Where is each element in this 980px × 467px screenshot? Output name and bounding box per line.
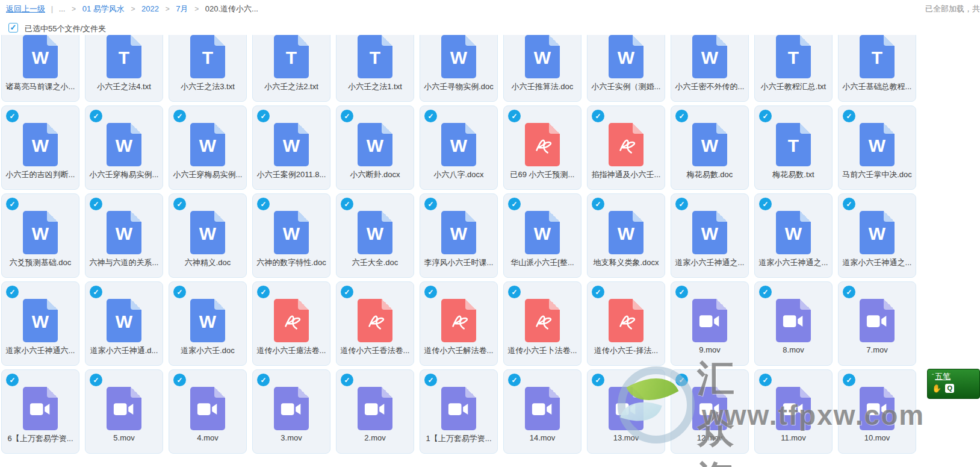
selected-check-badge[interactable]: ✓ xyxy=(90,286,102,298)
selected-check-badge[interactable]: ✓ xyxy=(759,110,772,122)
selected-check-badge[interactable]: ✓ xyxy=(424,198,437,210)
file-card[interactable]: ✓ T 小六壬之法3.txt xyxy=(169,34,247,102)
selected-check-badge[interactable]: ✓ xyxy=(90,374,102,386)
file-card[interactable]: ✓ W 道家小六壬神通之... xyxy=(671,193,749,278)
selected-check-badge[interactable]: ✓ xyxy=(257,286,270,298)
file-card[interactable]: ✓ W 李淳风小六壬时课... xyxy=(420,193,498,278)
selected-check-badge[interactable]: ✓ xyxy=(173,198,186,210)
file-card[interactable]: ✓ W 小六壬密不外传的... xyxy=(671,34,749,102)
file-card[interactable]: ✓ W 小六壬寻物实例.doc xyxy=(420,34,498,102)
file-card[interactable]: ✓ W 小六壬的吉凶判断... xyxy=(1,105,79,190)
selected-check-badge[interactable]: ✓ xyxy=(759,286,772,298)
selected-check-badge[interactable]: ✓ xyxy=(257,374,270,386)
file-card[interactable]: ✓ 5.mov xyxy=(85,369,163,454)
selected-check-badge[interactable]: ✓ xyxy=(90,110,102,122)
file-card[interactable]: ✓ W 小六壬实例（测婚... xyxy=(587,34,665,102)
breadcrumb-collapsed[interactable]: ... xyxy=(59,4,66,13)
file-card[interactable]: ✓ T 小六壬之法4.txt xyxy=(85,34,163,102)
selected-check-badge[interactable]: ✓ xyxy=(257,198,270,210)
file-card[interactable]: ✓ W 地支释义类象.docx xyxy=(587,193,665,278)
file-card[interactable]: ✓ W 六神的数字特性.doc xyxy=(252,193,330,278)
selected-check-badge[interactable]: ✓ xyxy=(341,110,353,122)
file-card[interactable]: ✓ 9.mov xyxy=(671,281,749,366)
file-card[interactable]: ✓ W 华山派小六壬[整... xyxy=(503,193,581,278)
selected-check-badge[interactable]: ✓ xyxy=(424,286,437,298)
file-card[interactable]: ✓ W 小六壬穿梅易实例... xyxy=(85,105,163,190)
selected-check-badge[interactable]: ✓ xyxy=(6,374,19,386)
selected-check-badge[interactable]: ✓ xyxy=(843,198,855,210)
file-card[interactable]: ✓ T 小六壬之法2.txt xyxy=(252,34,330,102)
breadcrumb-link-2022[interactable]: 2022 xyxy=(141,4,159,13)
file-card[interactable]: ✓ W 小六断卦.docx xyxy=(336,105,414,190)
file-card[interactable]: ✓ 2.mov xyxy=(336,369,414,454)
selected-check-badge[interactable]: ✓ xyxy=(843,110,855,122)
file-card[interactable]: ✓ W 小六壬案例2011.8... xyxy=(252,105,330,190)
selected-check-badge[interactable]: ✓ xyxy=(592,374,604,386)
file-card[interactable]: ✓ 道传小六壬解法卷... xyxy=(420,281,498,366)
file-card[interactable]: ✓ W 小六壬推算法.doc xyxy=(503,34,581,102)
file-card[interactable]: ✓ 道传小六壬卜法卷... xyxy=(503,281,581,366)
file-card[interactable]: ✓ 8.mov xyxy=(754,281,833,366)
selected-check-badge[interactable]: ✓ xyxy=(675,286,688,298)
selected-check-badge[interactable]: ✓ xyxy=(173,374,186,386)
selected-check-badge[interactable]: ✓ xyxy=(6,198,19,210)
file-card[interactable]: ✓ W 道家小六壬.doc xyxy=(169,281,247,366)
selected-check-badge[interactable]: ✓ xyxy=(508,374,521,386)
file-card[interactable]: ✓ 道传小六壬癔法卷... xyxy=(252,281,330,366)
selected-check-badge[interactable]: ✓ xyxy=(173,286,186,298)
file-card[interactable]: ✓ W 小六八字.docx xyxy=(420,105,498,190)
file-card[interactable]: ✓ 10.mov xyxy=(838,369,916,454)
file-card[interactable]: ✓ 12.mov xyxy=(671,369,749,454)
file-card[interactable]: ✓ W 六神与六道的关系... xyxy=(85,193,163,278)
file-card[interactable]: ✓ T 小六壬基础总教程... xyxy=(838,34,916,102)
selected-check-badge[interactable]: ✓ xyxy=(508,198,521,210)
selected-check-badge[interactable]: ✓ xyxy=(424,110,437,122)
selected-check-badge[interactable]: ✓ xyxy=(173,110,186,122)
selected-check-badge[interactable]: ✓ xyxy=(675,110,688,122)
file-card[interactable]: ✓ W 六神精义.doc xyxy=(169,193,247,278)
file-card[interactable]: ✓ 6【上万套易学资... xyxy=(1,369,79,454)
file-card[interactable]: ✓ 7.mov xyxy=(838,281,916,366)
selected-check-badge[interactable]: ✓ xyxy=(341,374,353,386)
selected-check-badge[interactable]: ✓ xyxy=(675,374,688,386)
file-card[interactable]: ✓ W 道家小六壬神通六... xyxy=(1,281,79,366)
file-card[interactable]: ✓ W 道家小六壬神通之... xyxy=(838,193,916,278)
file-card[interactable]: ✓ W 马前六壬掌中决.doc xyxy=(838,105,916,190)
file-card[interactable]: ✓ 4.mov xyxy=(169,369,247,454)
file-card[interactable]: ✓ W 六爻预测基础.doc xyxy=(1,193,79,278)
file-card[interactable]: ✓ 道传小六壬-择法... xyxy=(587,281,665,366)
file-card[interactable]: ✓ 3.mov xyxy=(252,369,330,454)
selected-check-badge[interactable]: ✓ xyxy=(759,374,772,386)
ime-panel[interactable]: ˆ五笔 ✋ Q xyxy=(927,369,980,399)
file-card[interactable]: ✓ W 道家小六壬神通之... xyxy=(754,193,833,278)
file-card[interactable]: ✓ T 小六壬教程汇总.txt xyxy=(754,34,833,102)
selected-check-badge[interactable]: ✓ xyxy=(257,110,270,122)
file-card[interactable]: ✓ W 诸葛亮马前课之小... xyxy=(1,34,79,102)
selected-check-badge[interactable]: ✓ xyxy=(341,286,353,298)
selected-check-badge[interactable]: ✓ xyxy=(592,198,604,210)
breadcrumb-link-yixuefengshui[interactable]: 01 易学风水 xyxy=(82,4,125,13)
selected-check-badge[interactable]: ✓ xyxy=(675,198,688,210)
selected-check-badge[interactable]: ✓ xyxy=(341,198,353,210)
file-card[interactable]: ✓ 已69 小六壬预测... xyxy=(503,105,581,190)
file-card[interactable]: ✓ 掐指神通及小六壬... xyxy=(587,105,665,190)
selected-check-badge[interactable]: ✓ xyxy=(6,286,19,298)
file-card[interactable]: ✓ W 六壬大全.doc xyxy=(336,193,414,278)
file-grid-viewport[interactable]: ✓ W 诸葛亮马前课之小... ✓ T 小六壬之法4.txt ✓ T 小六壬之法… xyxy=(0,34,980,467)
selected-check-badge[interactable]: ✓ xyxy=(592,110,604,122)
file-card[interactable]: ✓ W 道家小六壬神通.d... xyxy=(85,281,163,366)
file-card[interactable]: ✓ W 小六壬穿梅易实例... xyxy=(169,105,247,190)
file-card[interactable]: ✓ T 小六壬之法1.txt xyxy=(336,34,414,102)
file-card[interactable]: ✓ T 梅花易数.txt xyxy=(754,105,833,190)
file-card[interactable]: ✓ W 梅花易數.doc xyxy=(671,105,749,190)
selected-check-badge[interactable]: ✓ xyxy=(843,374,855,386)
select-all-checkbox[interactable]: ✓ xyxy=(8,23,18,33)
selected-check-badge[interactable]: ✓ xyxy=(759,198,772,210)
back-to-parent-link[interactable]: 返回上一级 xyxy=(6,4,45,13)
selected-check-badge[interactable]: ✓ xyxy=(592,286,604,298)
selected-check-badge[interactable]: ✓ xyxy=(424,374,437,386)
selected-check-badge[interactable]: ✓ xyxy=(843,286,855,298)
file-card[interactable]: ✓ 1【上万套易学资... xyxy=(420,369,498,454)
selected-check-badge[interactable]: ✓ xyxy=(508,110,521,122)
selected-check-badge[interactable]: ✓ xyxy=(508,286,521,298)
